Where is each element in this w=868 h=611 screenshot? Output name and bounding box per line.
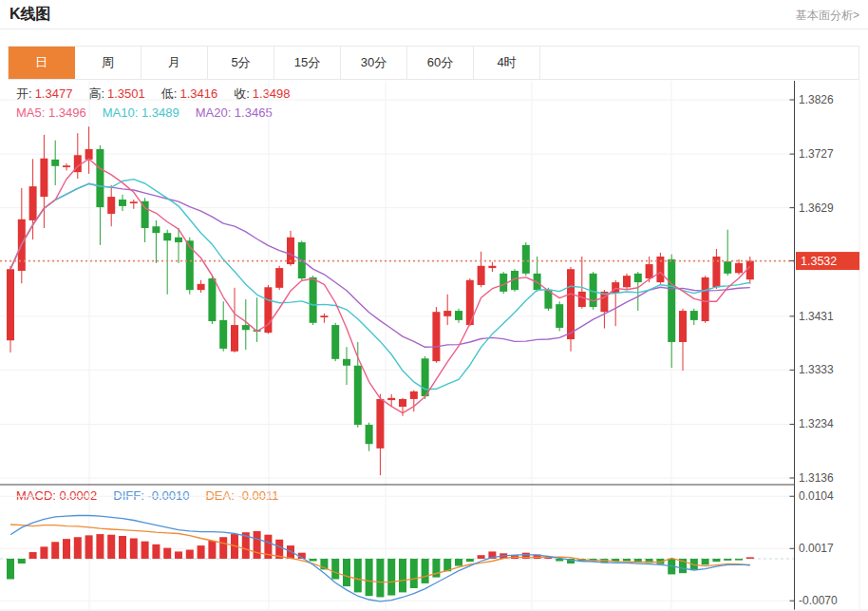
- candle[interactable]: [275, 268, 283, 288]
- candle[interactable]: [85, 149, 93, 160]
- macd-bar[interactable]: [163, 548, 171, 559]
- tab-15min[interactable]: 15分: [274, 47, 341, 79]
- macd-bar[interactable]: [331, 559, 339, 579]
- candle[interactable]: [646, 264, 653, 278]
- macd-bar[interactable]: [254, 531, 261, 559]
- macd-bar[interactable]: [387, 559, 395, 596]
- candle[interactable]: [410, 391, 418, 399]
- macd-bar[interactable]: [119, 536, 126, 559]
- candle[interactable]: [443, 311, 451, 316]
- macd-bar[interactable]: [96, 534, 104, 559]
- candle[interactable]: [690, 311, 698, 320]
- candle[interactable]: [724, 261, 731, 274]
- candle[interactable]: [208, 278, 216, 321]
- tab-day[interactable]: 日: [9, 47, 75, 79]
- macd-bar[interactable]: [29, 552, 37, 559]
- macd-bar[interactable]: [186, 550, 194, 559]
- candle[interactable]: [387, 398, 395, 400]
- candle[interactable]: [63, 165, 70, 167]
- tab-60min[interactable]: 60分: [407, 47, 474, 79]
- macd-bar[interactable]: [208, 541, 216, 559]
- macd-bar[interactable]: [7, 559, 14, 579]
- macd-bar[interactable]: [746, 557, 754, 559]
- macd-bar[interactable]: [198, 545, 205, 559]
- candle[interactable]: [310, 277, 317, 323]
- candle[interactable]: [219, 320, 227, 349]
- candle[interactable]: [51, 160, 59, 166]
- macd-bar[interactable]: [376, 559, 384, 597]
- candle[interactable]: [634, 274, 642, 282]
- candle[interactable]: [422, 358, 429, 396]
- tab-4hour[interactable]: 4时: [474, 47, 540, 79]
- macd-bar[interactable]: [51, 542, 59, 559]
- macd-bar[interactable]: [712, 559, 720, 562]
- candle[interactable]: [556, 304, 563, 328]
- macd-bar[interactable]: [142, 542, 149, 559]
- macd-bar[interactable]: [74, 537, 82, 559]
- candle[interactable]: [107, 197, 115, 214]
- macd-bar[interactable]: [366, 559, 373, 596]
- candle[interactable]: [735, 263, 743, 273]
- macd-bar[interactable]: [18, 559, 26, 563]
- candle[interactable]: [198, 284, 205, 290]
- macd-bar[interactable]: [152, 544, 160, 559]
- macd-bar[interactable]: [175, 551, 182, 559]
- macd-bar[interactable]: [107, 535, 115, 559]
- candle[interactable]: [331, 325, 339, 359]
- candle[interactable]: [152, 226, 160, 233]
- macd-bar[interactable]: [735, 559, 743, 561]
- macd-bar[interactable]: [85, 535, 93, 559]
- candle[interactable]: [522, 245, 530, 274]
- macd-bar[interactable]: [219, 537, 227, 559]
- candle[interactable]: [175, 238, 182, 242]
- macd-bar[interactable]: [724, 559, 731, 561]
- candle[interactable]: [679, 311, 687, 342]
- candle[interactable]: [455, 311, 462, 320]
- macd-bar[interactable]: [702, 559, 709, 564]
- candle[interactable]: [668, 259, 675, 342]
- candle[interactable]: [343, 359, 350, 366]
- macd-bar[interactable]: [310, 559, 317, 562]
- candle[interactable]: [40, 159, 47, 197]
- macd-bar[interactable]: [343, 559, 350, 586]
- kline-macd-chart[interactable]: 1.38261.37271.36291.35321.34311.33331.32…: [0, 81, 868, 611]
- candle[interactable]: [29, 186, 37, 220]
- candle[interactable]: [7, 269, 14, 340]
- candle[interactable]: [488, 266, 496, 268]
- candle[interactable]: [567, 269, 575, 339]
- macd-bar[interactable]: [410, 559, 418, 588]
- candle[interactable]: [320, 315, 328, 317]
- candle[interactable]: [354, 366, 362, 425]
- macd-bar[interactable]: [40, 546, 47, 559]
- candle[interactable]: [242, 325, 250, 330]
- tab-month[interactable]: 月: [142, 47, 208, 79]
- candle[interactable]: [119, 200, 126, 206]
- candle[interactable]: [623, 276, 631, 287]
- tab-5min[interactable]: 5分: [208, 47, 274, 79]
- candle[interactable]: [478, 266, 485, 285]
- macd-bar[interactable]: [466, 559, 474, 562]
- candle[interactable]: [376, 399, 384, 449]
- candle[interactable]: [746, 261, 754, 280]
- tab-30min[interactable]: 30分: [341, 47, 407, 79]
- fundamental-analysis-link[interactable]: 基本面分析>: [796, 8, 859, 24]
- candle[interactable]: [163, 233, 171, 240]
- macd-bar[interactable]: [623, 559, 631, 562]
- candle[interactable]: [231, 325, 238, 352]
- candle[interactable]: [399, 399, 406, 407]
- candle[interactable]: [186, 240, 194, 290]
- macd-bar[interactable]: [63, 539, 70, 559]
- candle[interactable]: [578, 292, 586, 307]
- candle[interactable]: [366, 425, 373, 444]
- macd-bar[interactable]: [422, 559, 429, 583]
- candle[interactable]: [96, 149, 104, 207]
- macd-bar[interactable]: [399, 559, 406, 592]
- macd-bar[interactable]: [634, 559, 642, 562]
- macd-bar[interactable]: [130, 539, 138, 559]
- candle[interactable]: [432, 312, 440, 361]
- macd-bar[interactable]: [354, 559, 362, 592]
- candle[interactable]: [130, 201, 138, 203]
- tab-week[interactable]: 周: [75, 47, 142, 79]
- candle[interactable]: [702, 277, 709, 321]
- macd-bar[interactable]: [478, 555, 485, 559]
